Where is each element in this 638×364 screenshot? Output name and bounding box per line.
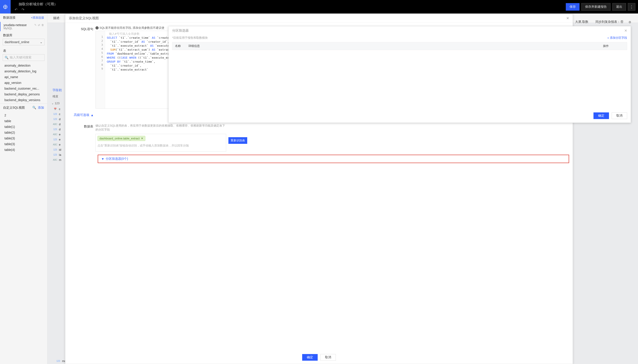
type-badge: ABC [53,144,58,146]
page-title: 抽取分析域分析（可用） [19,2,58,7]
inner-ok-button[interactable]: 确定 [593,112,609,119]
type-badge: ABC [53,133,58,136]
plus-icon: + [607,36,609,40]
reparse-tables-button[interactable]: 重新识别表 [229,137,247,144]
sql-view-item[interactable]: 2 [0,112,47,118]
table-item[interactable]: anomaly_detection [0,62,47,68]
type-badge: 📅 [53,108,58,110]
close-icon[interactable]: ✕ [624,28,627,33]
add-sql-view-link[interactable]: 添加 [38,106,44,110]
description-label: 描述: [53,16,60,20]
dimension-heading: 维度 [53,94,58,98]
delete-icon[interactable]: 🗑 [42,24,44,26]
connections-heading: 数据连接 [3,16,16,20]
remove-tag-icon[interactable]: ✕ [141,137,143,140]
table-item[interactable]: app_version [0,80,47,86]
database-select[interactable]: dashboard_online ⌄ [3,39,45,45]
inner-hint: *目前应用于报告和取数模块 [172,36,208,40]
redo-icon[interactable]: ↷ [22,8,24,12]
inner-table-header: 名称 详细信息 操作 [172,42,627,50]
modal-title: 添加自定义SQL视图 [69,16,99,20]
type-badge: 123 [53,128,58,130]
table-tag[interactable]: dashboard_online.table_extract ✕ [97,136,145,141]
add-connection-link[interactable]: +添加连接 [31,16,44,20]
tables-heading: 表 [3,49,6,53]
data-table-tag-input[interactable]: dashboard_online.table_extract ✕ 点击"重新识别… [95,134,226,152]
info-icon: i [95,26,99,30]
table-item[interactable]: backend_deploy_versions [0,97,47,103]
search-input[interactable]: 🔍 输入关键词搜索 [3,54,45,61]
sql-hint-text: SQL里不能存在同名字段, 添加全局参数后不建议使 [99,26,164,30]
modal-cancel-button[interactable]: 取消 [320,354,336,361]
sql-label: SQL语句 [69,26,93,109]
data-table-label: 数据表 [69,124,93,152]
database-heading: 数据库 [3,34,13,38]
type-badge: ABC [53,123,58,126]
connection-item[interactable]: youdata-netease ✎ ⇄ 🗑 MySQL [0,22,47,31]
connection-name: youdata-netease [4,23,27,27]
brand-logo [0,0,11,14]
connection-type: MySQL [4,27,44,30]
add-partition-field-link[interactable]: + 添加分区字段 [607,36,627,40]
sql-view-item[interactable]: table(3) [0,136,47,141]
undo-icon[interactable]: ↶ [15,8,18,12]
inner-modal-title: 分区筛选器 [172,28,189,33]
edit-icon[interactable]: ✎ [34,24,37,26]
search-icon[interactable]: 🔍 [32,106,36,110]
type-badge: 123 [53,138,58,141]
sidebar: 数据连接 +添加连接 youdata-netease ✎ ⇄ 🗑 MySQL 数… [0,14,47,364]
more-menu-icon[interactable]: ⋮ [628,3,635,10]
chevron-down-icon[interactable]: ⌄ [51,102,54,105]
table-item[interactable]: anomaly_detection_log [0,68,47,74]
tag-input-hint: 点击"重新识别表"按钮自动识别，或手动输入添加数据表，并以回车分隔 [97,144,224,148]
sql-view-item[interactable]: table(2) [0,130,47,136]
type-badge: ABC [53,159,58,161]
type-badge: 123 [53,113,58,115]
table-item[interactable]: backend_customer_rec... [0,86,47,92]
save-and-new-button[interactable]: 保存并新建报告 [581,3,610,10]
swap-icon[interactable]: ⇄ [38,24,40,26]
save-button[interactable]: 保存 [566,3,579,10]
partition-filter-modal: 分区筛选器 ✕ *目前应用于报告和取数模块 + 添加分区字段 名称 详细信息 操… [168,26,631,123]
chevron-up-icon: ▲ [91,113,94,117]
inner-table-body [169,50,631,110]
modal-ok-button[interactable]: 确定 [302,354,318,361]
search-icon: 🔍 [5,56,9,59]
sql-views-heading: 自定义SQL视图 [3,106,25,110]
partition-filter-link[interactable]: ▼ 分区筛选器(0个) [98,155,569,163]
type-badge: 123 [53,154,58,156]
type-badge: 123 [53,118,58,120]
editor-placeholder: 输入#号可插入全局参数 [109,32,140,36]
chevron-down-icon: ⌄ [40,40,43,44]
sql-view-item[interactable]: table(1) [0,124,47,130]
close-icon[interactable]: ✕ [566,16,569,20]
table-item[interactable]: api_name [0,74,47,80]
table-item[interactable]: backend_deploy_persons [0,92,47,97]
exit-button[interactable]: 退出 [612,3,626,10]
type-badge: 123 [53,148,58,151]
sql-view-item[interactable]: table(4) [0,147,47,153]
inner-cancel-button[interactable]: 取消 [612,112,627,119]
sql-view-item[interactable]: table [0,118,47,124]
data-table-desc: 确认自定义SQL使用的表，将应用于表数据更新后的依赖抽取、依赖缓存、依赖刷新等功… [95,124,226,132]
filter-icon: ▼ [101,157,104,161]
sql-view-item[interactable]: table(3) [0,141,47,147]
